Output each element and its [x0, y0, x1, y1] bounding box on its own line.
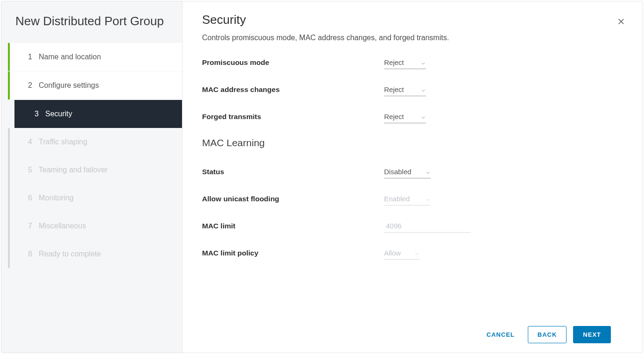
step-teaming-and-failover[interactable]: 5 Teaming and failover: [8, 156, 182, 184]
select-value: Reject: [384, 58, 417, 66]
chevron-down-icon: [425, 169, 431, 175]
label-status: Status: [202, 168, 384, 176]
step-label: Ready to complete: [39, 250, 101, 258]
wizard-sidebar: New Distributed Port Group 1 Name and lo…: [1, 1, 182, 353]
label-mac-limit: MAC limit: [202, 222, 384, 230]
select-forged-transmits[interactable]: Reject: [384, 110, 426, 123]
label-mac-address-changes: MAC address changes: [202, 85, 384, 94]
step-label: Traffic shaping: [39, 138, 87, 146]
chevron-down-icon: [414, 250, 420, 256]
row-mac-limit: MAC limit: [202, 219, 624, 233]
step-miscellaneous[interactable]: 7 Miscellaneous: [8, 212, 182, 240]
step-monitoring[interactable]: 6 Monitoring: [8, 184, 182, 212]
select-value: Reject: [384, 113, 417, 120]
close-icon: [617, 17, 625, 27]
select-mac-limit-policy: Allow: [384, 247, 420, 260]
step-number: 7: [24, 222, 32, 230]
select-allow-unicast-flooding: Enabled: [384, 192, 431, 205]
chevron-down-icon: [420, 60, 426, 65]
select-value: Enabled: [384, 195, 421, 203]
step-label: Monitoring: [39, 194, 74, 202]
wizard-footer: CANCEL BACK NEXT: [202, 319, 624, 353]
row-promiscuous-mode: Promiscuous mode Reject: [202, 56, 624, 69]
row-status: Status Disabled: [202, 165, 624, 178]
cancel-button[interactable]: CANCEL: [480, 326, 521, 343]
select-mac-address-changes[interactable]: Reject: [384, 83, 426, 96]
chevron-down-icon: [425, 196, 431, 202]
select-value: Disabled: [384, 168, 421, 176]
step-traffic-shaping[interactable]: 4 Traffic shaping: [8, 128, 182, 156]
wizard-steps: 1 Name and location 2 Configure settings…: [1, 43, 182, 268]
row-mac-limit-policy: MAC limit policy Allow: [202, 247, 624, 260]
label-allow-unicast-flooding: Allow unicast flooding: [202, 195, 384, 203]
wizard-dialog: New Distributed Port Group 1 Name and lo…: [1, 1, 643, 353]
step-label: Name and location: [39, 53, 101, 61]
step-configure-settings[interactable]: 2 Configure settings: [8, 71, 182, 99]
label-promiscuous-mode: Promiscuous mode: [202, 58, 384, 67]
step-number: 5: [24, 166, 32, 174]
row-mac-address-changes: MAC address changes Reject: [202, 83, 624, 96]
select-promiscuous-mode[interactable]: Reject: [384, 56, 426, 69]
chevron-down-icon: [420, 87, 426, 92]
step-name-and-location[interactable]: 1 Name and location: [8, 43, 182, 71]
step-number: 4: [24, 138, 32, 146]
wizard-title: New Distributed Port Group: [1, 10, 182, 40]
step-number: 3: [30, 110, 39, 118]
close-button[interactable]: [615, 15, 628, 28]
step-label: Security: [45, 110, 72, 118]
step-label: Teaming and failover: [39, 166, 108, 174]
step-number: 1: [24, 53, 32, 61]
page-description: Controls promiscuous mode, MAC address c…: [202, 34, 624, 42]
step-label: Configure settings: [39, 81, 99, 90]
step-number: 8: [24, 250, 32, 258]
section-heading-mac-learning: MAC Learning: [202, 137, 624, 149]
label-forged-transmits: Forged transmits: [202, 113, 384, 121]
page-header: Security Controls promiscuous mode, MAC …: [202, 13, 624, 42]
select-status[interactable]: Disabled: [384, 165, 431, 178]
row-allow-unicast-flooding: Allow unicast flooding Enabled: [202, 192, 624, 205]
step-number: 6: [24, 194, 32, 202]
page-title: Security: [202, 13, 624, 27]
back-button[interactable]: BACK: [528, 326, 567, 343]
select-value: Allow: [384, 249, 410, 257]
chevron-down-icon: [420, 114, 426, 120]
input-mac-limit: [384, 219, 471, 233]
step-security[interactable]: 3 Security: [14, 100, 182, 128]
row-forged-transmits: Forged transmits Reject: [202, 110, 624, 123]
wizard-content: Security Controls promiscuous mode, MAC …: [182, 1, 643, 353]
select-value: Reject: [384, 85, 417, 93]
label-mac-limit-policy: MAC limit policy: [202, 249, 384, 257]
step-ready-to-complete[interactable]: 8 Ready to complete: [8, 240, 182, 268]
next-button[interactable]: NEXT: [573, 326, 611, 343]
step-number: 2: [24, 81, 32, 90]
step-label: Miscellaneous: [39, 222, 86, 230]
form-area: Promiscuous mode Reject MAC address chan…: [202, 56, 624, 319]
